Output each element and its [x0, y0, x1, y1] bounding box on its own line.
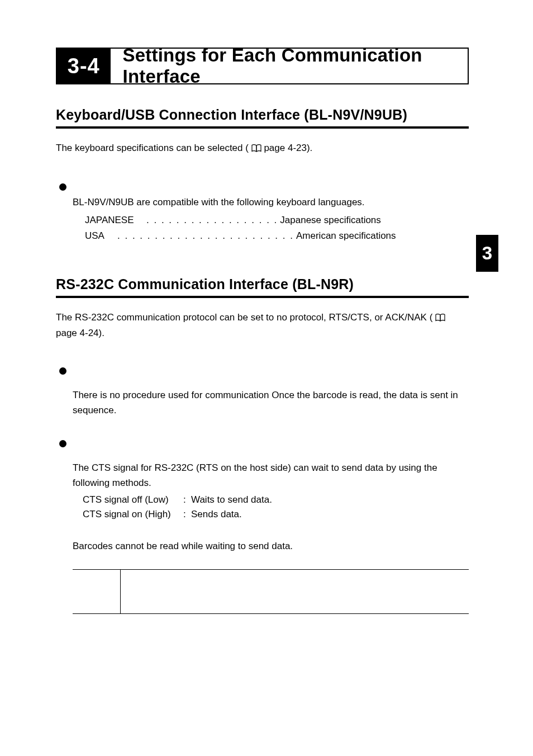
section-heading: Keyboard/USB Connection Interface (BL-N9… [56, 107, 469, 129]
cts-signal-list: CTS signal off (Low) : Waits to send dat… [73, 493, 469, 522]
lang-value: Japanese specifications [280, 212, 381, 228]
section-keyboard-usb: Keyboard/USB Connection Interface (BL-N9… [56, 107, 469, 244]
bullet-dot-icon [59, 367, 66, 375]
page: 3-4 Settings for Each Communication Inte… [0, 0, 533, 756]
section-lead: The keyboard specifications can be selec… [56, 141, 469, 157]
bullet-cts: The CTS signal for RS-232C (RTS on the h… [56, 440, 469, 614]
lang-value: American specifications [296, 228, 396, 244]
bullet-no-protocol: There is no procedure used for communica… [56, 367, 469, 418]
chapter-number: 3-4 [57, 49, 111, 83]
keyboard-lang-list: JAPANESE . . . . . . . . . . . . . . . .… [73, 212, 469, 244]
colon: : [183, 507, 191, 522]
dot-leader: . . . . . . . . . . . . . . . . . . [146, 212, 280, 228]
bullet-intro: The CTS signal for RS-232C (RTS on the h… [73, 461, 469, 490]
section-rs232c: RS-232C Communication Interface (BL-N9R)… [56, 276, 469, 614]
bullet-dot-icon [59, 440, 66, 447]
dot-leader: . . . . . . . . . . . . . . . . . . . . … [117, 228, 296, 244]
colon: : [183, 493, 191, 507]
note-table [73, 569, 469, 614]
cts-state: CTS signal off (Low) [83, 493, 183, 507]
lead-text-a: The RS-232C communication protocol can b… [56, 312, 432, 323]
cts-state: CTS signal on (High) [83, 507, 183, 522]
book-icon [435, 311, 445, 326]
bullet-dot-icon [59, 183, 66, 191]
lead-text-b: page 4-24). [56, 328, 104, 338]
section-lead: The RS-232C communication protocol can b… [56, 310, 469, 341]
note-label-cell [73, 570, 121, 613]
cts-footnote: Barcodes cannot be read while waiting to… [59, 539, 469, 554]
bullet-text: There is no procedure used for communica… [73, 388, 469, 418]
book-icon [251, 142, 261, 157]
section-heading: RS-232C Communication Interface (BL-N9R) [56, 276, 469, 298]
lang-key: USA [85, 228, 117, 244]
lang-key: JAPANESE [85, 212, 146, 228]
note-body-cell [121, 570, 469, 613]
list-item: CTS signal off (Low) : Waits to send dat… [83, 493, 469, 507]
lead-text-b: page 4-23). [264, 143, 312, 153]
list-item: CTS signal on (High) : Sends data. [83, 507, 469, 522]
chapter-title: Settings for Each Communication Interfac… [111, 49, 468, 83]
bullet-intro: BL-N9V/N9UB are compatible with the foll… [73, 195, 469, 210]
chapter-heading-box: 3-4 Settings for Each Communication Inte… [56, 48, 469, 84]
bullet-keyboard-lang: BL-N9V/N9UB are compatible with the foll… [56, 183, 469, 243]
list-item: JAPANESE . . . . . . . . . . . . . . . .… [85, 212, 469, 228]
chapter-tab: 3 [476, 235, 498, 272]
note-table-wrap [59, 569, 469, 614]
cts-action: Waits to send data. [191, 493, 272, 507]
list-item: USA . . . . . . . . . . . . . . . . . . … [85, 228, 469, 244]
cts-action: Sends data. [191, 507, 242, 522]
lead-text-a: The keyboard specifications can be selec… [56, 143, 249, 153]
